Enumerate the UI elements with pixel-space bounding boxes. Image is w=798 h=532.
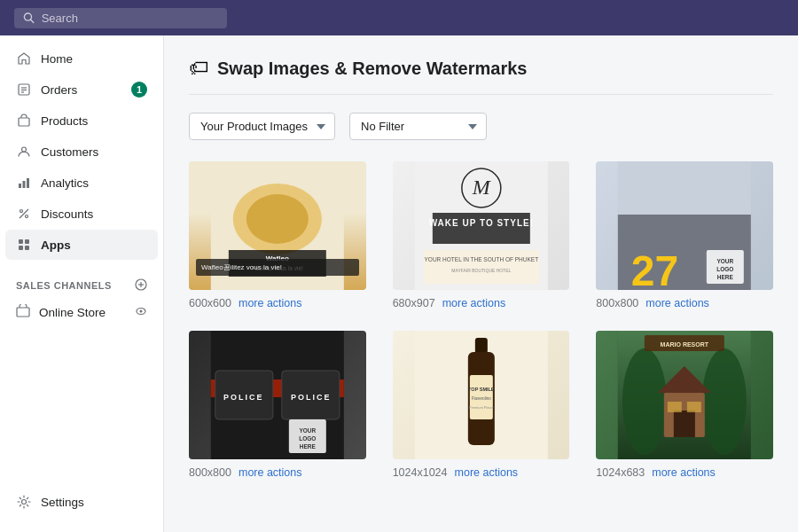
image-info-5: 1024x1024 more actions [393,466,518,479]
svg-rect-57 [474,338,487,354]
image-info-1: 600x600 more actions [189,297,302,309]
sidebar-item-products[interactable]: Products [5,106,158,136]
customers-icon [16,144,32,160]
more-actions-1[interactable]: more actions [239,297,302,309]
sidebar-item-settings-label: Settings [41,496,84,509]
more-actions-4[interactable]: more actions [239,466,302,479]
image-card-1: Wafleo Facilitez vous la vie! 600x600 mo… [189,161,366,309]
search-icon [23,12,35,24]
image-preview-6: MARIO RESORT [596,331,773,459]
image-size-1: 600x600 [189,297,231,309]
page-header-icon: 🏷 [189,57,208,80]
svg-text:Flaverolino: Flaverolino [471,396,491,401]
image-preview-3: 27 YOUR LOGO HERE [596,161,773,290]
svg-text:HERE: HERE [300,443,317,450]
svg-line-13 [20,209,28,218]
svg-text:LOGO: LOGO [717,266,734,272]
svg-point-12 [26,215,28,218]
svg-rect-15 [25,239,29,244]
image-thumb-6[interactable]: MARIO RESORT [596,331,773,459]
image-card-6: MARIO RESORT 1024x683 more actions [596,331,773,479]
svg-text:WAKE UP TO STYLE!: WAKE UP TO STYLE! [428,218,533,228]
topbar [0,0,798,35]
svg-rect-10 [27,178,29,188]
sidebar-nav: Home Orders 1 Products Customers [0,35,163,268]
image-size-5: 1024x1024 [393,466,448,479]
sales-channels-section: SALES CHANNELS [0,268,163,296]
svg-text:YOUR: YOUR [299,427,316,434]
svg-text:HERE: HERE [717,274,734,280]
watermark-filter[interactable]: No Filter With Watermark Without Waterma… [349,113,487,140]
svg-rect-70 [668,402,682,412]
image-thumb-2[interactable]: M WAKE UP TO STYLE! YOUR HOTEL IN THE SO… [393,161,570,290]
sidebar-item-orders[interactable]: Orders 1 [5,74,158,105]
sidebar-item-home-label: Home [41,52,73,66]
svg-line-1 [31,20,34,22]
sidebar-item-analytics[interactable]: Analytics [5,168,158,198]
svg-rect-16 [19,246,23,250]
svg-rect-8 [19,184,21,188]
image-card-5: TOP SMILE Flaverolino Premium Flavor 102… [393,331,570,479]
sidebar-item-settings[interactable]: Settings [5,487,158,517]
sidebar-item-discounts[interactable]: Discounts [5,199,158,229]
image-card-2: M WAKE UP TO STYLE! YOUR HOTEL IN THE SO… [393,161,570,309]
apps-icon [16,237,32,253]
image-thumb-5[interactable]: TOP SMILE Flaverolino Premium Flavor [393,331,570,459]
image-thumb-4[interactable]: POLICE POLICE YOUR LOGO HERE [189,331,366,459]
image-card-3: 27 YOUR LOGO HERE 800x800 more actions [596,161,773,309]
image-thumb-1[interactable]: Wafleo Facilitez vous la vie! [189,161,366,290]
image-info-4: 800x800 more actions [189,466,302,479]
image-size-2: 680x907 [393,297,435,309]
more-actions-2[interactable]: more actions [442,297,506,309]
svg-rect-69 [674,411,695,437]
image-size-6: 1024x683 [596,466,645,479]
image-grid: Wafleo Facilitez vous la vie! 600x600 mo… [189,161,773,479]
more-actions-3[interactable]: more actions [645,297,709,309]
more-actions-5[interactable]: more actions [455,466,519,479]
eye-icon[interactable] [135,305,147,321]
image-size-3: 800x800 [596,297,638,309]
image-preview-5: TOP SMILE Flaverolino Premium Flavor [393,331,570,459]
svg-text:YOUR HOTEL IN THE SOUTH OF PHU: YOUR HOTEL IN THE SOUTH OF PHUKET [424,256,538,262]
online-store-left: Online Store [16,304,106,321]
search-bar[interactable] [14,8,227,28]
svg-point-66 [702,348,747,455]
svg-rect-71 [687,402,701,412]
analytics-icon [16,175,32,191]
home-icon [16,51,32,66]
svg-point-7 [22,147,27,152]
image-preview-2: M WAKE UP TO STYLE! YOUR HOTEL IN THE SO… [393,161,570,290]
search-input[interactable] [42,12,218,25]
image-size-4: 800x800 [189,466,231,479]
svg-text:Facilitez vous la vie!: Facilitez vous la vie! [252,265,303,271]
svg-text:POLICE: POLICE [223,393,264,402]
sales-channels-title: SALES CHANNELS [16,280,112,291]
sidebar-item-customers-label: Customers [41,145,98,159]
image-preview-1: Wafleo Facilitez vous la vie! [189,161,366,290]
sidebar-item-products-label: Products [41,114,88,128]
discounts-icon [16,206,32,222]
image-info-2: 680x907 more actions [393,297,506,309]
more-actions-6[interactable]: more actions [652,466,716,479]
image-thumb-3[interactable]: 27 YOUR LOGO HERE [596,161,773,290]
image-info-6: 1024x683 more actions [596,466,715,479]
svg-text:POLICE: POLICE [291,393,332,402]
svg-point-65 [622,348,667,455]
svg-text:M: M [471,176,491,199]
svg-rect-14 [19,239,23,244]
sidebar-item-customers[interactable]: Customers [5,137,158,167]
sidebar-item-online-store[interactable]: Online Store [5,297,158,328]
sidebar-item-home[interactable]: Home [5,43,158,74]
sidebar-item-apps-label: Apps [41,239,71,252]
sidebar-item-apps[interactable]: Apps [5,230,158,260]
svg-text:Wafleo: Wafleo [266,254,289,262]
svg-text:YOUR: YOUR [717,258,734,264]
sidebar-item-orders-label: Orders [41,83,77,97]
svg-point-24 [22,500,27,505]
svg-text:MARIO RESORT: MARIO RESORT [661,341,709,348]
product-images-filter[interactable]: Your Product Images All Images [189,113,335,140]
add-channel-icon[interactable] [135,278,147,293]
svg-rect-21 [17,308,29,317]
svg-rect-6 [19,118,29,126]
products-icon [16,113,32,129]
